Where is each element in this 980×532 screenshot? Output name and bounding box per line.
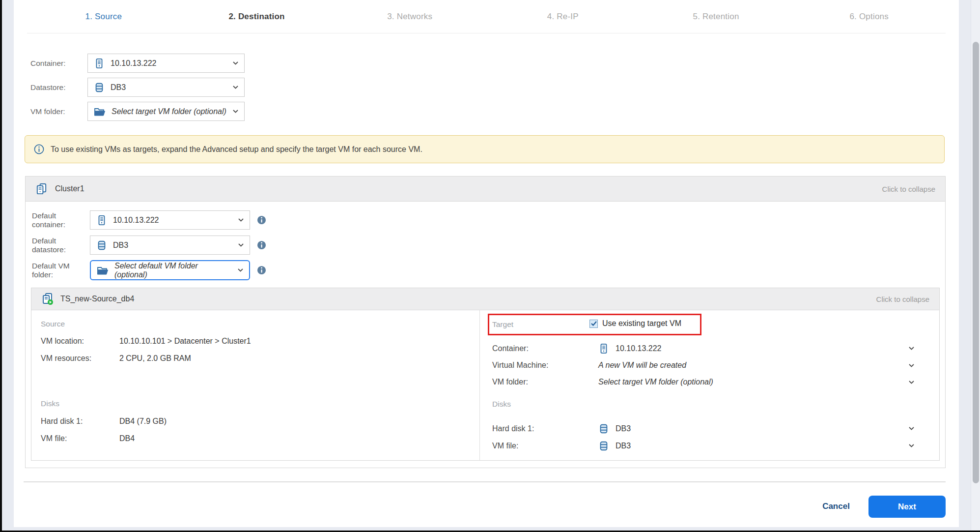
- default-container-row: Default container: 10.10.13.222: [32, 210, 266, 230]
- source-hard-disk-label: Hard disk 1:: [41, 417, 119, 426]
- source-heading: Source: [41, 320, 65, 328]
- target-disks-heading: Disks: [492, 400, 511, 409]
- vm-collapse-hint[interactable]: Click to collapse: [876, 295, 929, 303]
- datastore-row: Datastore: DB3: [30, 78, 245, 97]
- vm-folder-placeholder: Select target VM folder (optional): [112, 107, 226, 116]
- cluster-panel-header[interactable]: Cluster1 Click to collapse: [26, 177, 945, 202]
- cluster-panel-title: Cluster1: [55, 184, 84, 193]
- chevron-down-icon[interactable]: [909, 347, 914, 350]
- chevron-down-icon[interactable]: [909, 444, 914, 447]
- container-value: 10.10.13.222: [111, 59, 156, 68]
- vm-panel: TS_new-Source_db4 Click to collapse: [31, 288, 940, 461]
- wizard-content: 1. Source 2. Destination 3. Networks 4. …: [14, 0, 959, 527]
- datastore-icon: [598, 441, 609, 451]
- target-vm-folder-label: VM folder:: [492, 378, 598, 386]
- source-vm-file-row: VM file: DB4: [41, 434, 135, 443]
- info-icon[interactable]: [257, 240, 266, 250]
- column-divider: [479, 310, 480, 461]
- step-options[interactable]: 6. Options: [792, 0, 946, 33]
- page-bottom-margin: [14, 527, 959, 531]
- datastore-icon: [94, 82, 105, 93]
- target-vm-file-row: VM file: DB3: [492, 441, 631, 451]
- info-banner: To use existing VMs as targets, expand t…: [25, 135, 945, 163]
- host-icon: [598, 343, 609, 354]
- default-vm-folder-row: Default VM folder: Select default VM fol…: [32, 260, 266, 280]
- target-vm-folder-row: VM folder: Select target VM folder (opti…: [492, 378, 713, 386]
- scrollbar-thumb[interactable]: [973, 42, 979, 483]
- target-hard-disk-row: Hard disk 1: DB3: [492, 423, 631, 434]
- target-virtual-machine-label: Virtual Machine:: [492, 361, 598, 370]
- vm-folder-dropdown[interactable]: Select target VM folder (optional): [87, 102, 245, 121]
- info-banner-text: To use existing VMs as targets, expand t…: [51, 145, 422, 154]
- target-container-value: 10.10.13.222: [616, 344, 661, 353]
- vm-location-value: 10.10.10.101 > Datacenter > Cluster1: [119, 337, 251, 346]
- use-existing-target-vm-row: Use existing target VM: [589, 319, 681, 328]
- footer-divider: [24, 481, 946, 482]
- vm-resources-value: 2 CPU, 2.0 GB RAM: [119, 354, 191, 363]
- source-vm-file-label: VM file:: [41, 434, 119, 443]
- vm-panel-header[interactable]: TS_new-Source_db4 Click to collapse: [31, 288, 939, 310]
- chevron-down-icon: [233, 110, 238, 113]
- chevron-down-icon: [238, 218, 244, 222]
- source-hard-disk-row: Hard disk 1: DB4 (7.9 GB): [41, 417, 167, 426]
- source-disks-heading: Disks: [41, 399, 59, 408]
- vm-location-label: VM location:: [41, 337, 119, 346]
- datastore-label: Datastore:: [30, 83, 87, 92]
- chevron-down-icon: [233, 61, 238, 65]
- default-datastore-label: Default datastore:: [32, 236, 90, 254]
- vm-running-icon: [41, 293, 54, 305]
- step-re-ip[interactable]: 4. Re-IP: [486, 0, 640, 33]
- vm-folder-label: VM folder:: [30, 107, 87, 116]
- default-datastore-value: DB3: [113, 241, 128, 250]
- info-icon[interactable]: [257, 215, 266, 225]
- vertical-scrollbar[interactable]: [971, 0, 980, 531]
- step-networks[interactable]: 3. Networks: [333, 0, 486, 33]
- chevron-down-icon[interactable]: [909, 364, 914, 367]
- info-icon: [34, 144, 44, 154]
- chevron-down-icon[interactable]: [909, 427, 914, 430]
- chevron-down-icon: [238, 268, 243, 272]
- target-heading: Target: [492, 320, 513, 329]
- container-dropdown[interactable]: 10.10.13.222: [87, 54, 245, 73]
- datastore-icon: [96, 240, 107, 251]
- default-vm-folder-dropdown[interactable]: Select default VM folder (optional): [90, 260, 250, 280]
- target-container-row: Container: 10.10.13.222: [492, 343, 661, 354]
- chevron-down-icon: [233, 86, 238, 89]
- vm-panel-title: TS_new-Source_db4: [60, 295, 134, 303]
- container-row: Container: 10.10.13.222: [30, 54, 245, 73]
- target-virtual-machine-row: Virtual Machine: A new VM will be create…: [492, 361, 686, 370]
- wizard-stepper: 1. Source 2. Destination 3. Networks 4. …: [27, 0, 946, 33]
- vm-resources-label: VM resources:: [41, 354, 119, 363]
- step-source[interactable]: 1. Source: [27, 0, 180, 33]
- next-button[interactable]: Next: [868, 496, 946, 518]
- host-icon: [94, 58, 105, 69]
- default-container-value: 10.10.13.222: [113, 216, 159, 225]
- use-existing-target-vm-label[interactable]: Use existing target VM: [602, 319, 681, 328]
- target-hard-disk-label: Hard disk 1:: [492, 424, 598, 433]
- default-vm-folder-label: Default VM folder:: [32, 262, 90, 279]
- datastore-dropdown[interactable]: DB3: [87, 78, 245, 97]
- target-vm-folder-placeholder: Select target VM folder (optional): [598, 378, 713, 386]
- cluster-icon: [35, 183, 48, 195]
- info-icon[interactable]: [257, 266, 266, 275]
- container-label: Container:: [30, 59, 87, 68]
- default-datastore-dropdown[interactable]: DB3: [90, 236, 250, 255]
- source-hard-disk-value: DB4 (7.9 GB): [119, 417, 167, 426]
- step-destination[interactable]: 2. Destination: [180, 0, 334, 33]
- folder-icon: [94, 107, 106, 117]
- vm-folder-row: VM folder: Select target VM folder (opti…: [30, 102, 245, 121]
- target-hard-disk-value: DB3: [616, 424, 631, 433]
- target-vm-file-label: VM file:: [492, 442, 598, 450]
- cluster-collapse-hint[interactable]: Click to collapse: [882, 185, 935, 193]
- default-container-dropdown[interactable]: 10.10.13.222: [90, 210, 250, 230]
- page-left-margin: [2, 0, 14, 531]
- step-retention[interactable]: 5. Retention: [640, 0, 793, 33]
- use-existing-target-vm-checkbox[interactable]: [589, 320, 598, 328]
- chevron-down-icon[interactable]: [909, 381, 914, 384]
- destination-wizard-page: 1. Source 2. Destination 3. Networks 4. …: [0, 0, 980, 532]
- target-vm-file-value: DB3: [616, 442, 631, 450]
- default-container-label: Default container:: [32, 211, 90, 229]
- cancel-button[interactable]: Cancel: [813, 502, 859, 511]
- chevron-down-icon: [238, 243, 244, 247]
- host-icon: [96, 215, 107, 226]
